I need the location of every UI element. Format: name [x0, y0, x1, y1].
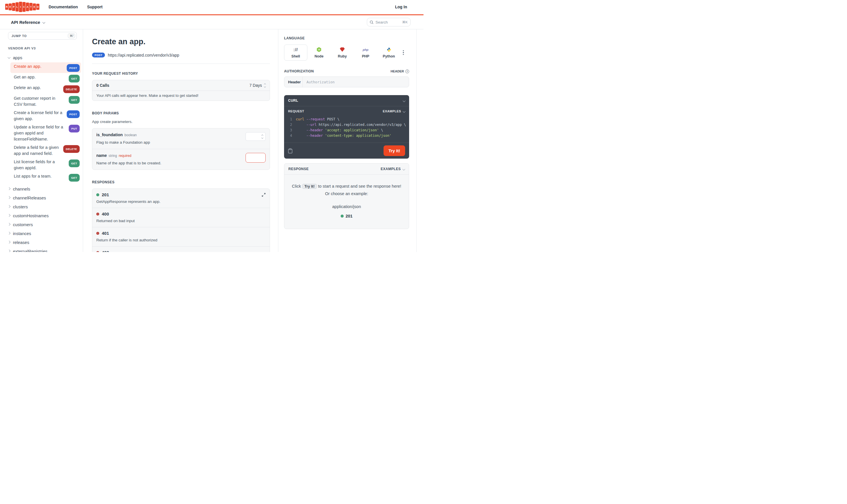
- param-info: namestringrequiredName of the app that i…: [96, 153, 161, 165]
- examples-label: EXAMPLES: [381, 167, 401, 171]
- group-list: channelschannelReleasesclusterscustomHos…: [8, 184, 81, 252]
- param-text-input[interactable]: [246, 153, 265, 162]
- auth-mode-label: HEADER: [391, 70, 404, 73]
- examples-label: EXAMPLES: [383, 109, 401, 113]
- sidebar-endpoint-item[interactable]: Get customer report in CSV format.GET: [10, 94, 81, 109]
- logo-letter-tile: E: [8, 3, 12, 10]
- more-languages-menu-icon[interactable]: [403, 50, 404, 55]
- error-dot-icon: [96, 251, 99, 252]
- range-selector[interactable]: 7 Days: [249, 83, 266, 88]
- line-number: 2: [284, 122, 292, 128]
- language-option-ruby[interactable]: Ruby: [331, 44, 354, 61]
- endpoint-label: List license fields for a given appId.: [14, 159, 63, 171]
- request-row: REQUEST EXAMPLES: [284, 106, 409, 114]
- param-name: name: [96, 153, 107, 158]
- code-token: \: [379, 128, 383, 133]
- language-option-php[interactable]: phpPHP: [354, 44, 377, 61]
- sidebar-endpoint-item[interactable]: Create a license field for a given app.P…: [10, 109, 81, 123]
- sidebar-group-releases[interactable]: releases: [8, 238, 81, 247]
- sidebar-group-customers[interactable]: customers: [8, 220, 81, 229]
- replicated-logo[interactable]: REPLICATED: [5, 2, 39, 12]
- param-row: namestringrequiredName of the app that i…: [92, 149, 270, 169]
- authorization-header-row: AUTHORIZATION HEADER i: [284, 69, 409, 73]
- example-response-link[interactable]: 201: [291, 214, 402, 218]
- method-badge: POST: [67, 110, 80, 118]
- endpoint-label: Create an app.: [14, 64, 41, 70]
- language-label: Shell: [292, 54, 300, 58]
- language-option-python[interactable]: Python: [377, 44, 401, 61]
- sidebar-endpoint-item[interactable]: List apps for a team.GET: [10, 172, 81, 183]
- jump-to-shortcut: ⌘/: [68, 33, 75, 38]
- range-label: 7 Days: [249, 83, 262, 88]
- search-input[interactable]: [375, 20, 400, 24]
- body-params-heading: BODY PARAMS: [92, 111, 270, 115]
- param-name-line: is_foundationboolean: [96, 132, 150, 137]
- endpoint-list: Create an app.POSTGet an app.GETDelete a…: [10, 62, 81, 183]
- line-number: 4: [284, 133, 292, 139]
- request-label: REQUEST: [288, 109, 304, 113]
- method-badge: GET: [69, 96, 80, 104]
- expand-icon[interactable]: [262, 193, 266, 198]
- response-row[interactable]: 400Returned on bad input: [92, 208, 270, 227]
- request-history-empty-message: Your API calls will appear here. Make a …: [92, 91, 270, 101]
- chevron-right-icon: [8, 250, 11, 252]
- page-layout: JUMP TO ⌘/ VENDOR API V3 apps Create an …: [0, 29, 423, 252]
- method-badge: POST: [92, 53, 105, 57]
- curl-code-block: 1curl --request POST \2 --url https://ap…: [284, 114, 409, 143]
- try-it-button[interactable]: Try It!: [384, 145, 405, 156]
- group-label: releases: [13, 240, 29, 245]
- sidebar-endpoint-item[interactable]: Delete an app.DELETE: [10, 84, 81, 94]
- language-option-shell[interactable]: ://Shell: [284, 44, 307, 61]
- sidebar-group-clusters[interactable]: clusters: [8, 202, 81, 211]
- sidebar-endpoint-item[interactable]: Delete a field for a given app and named…: [10, 143, 81, 158]
- jump-to-input[interactable]: JUMP TO ⌘/: [8, 32, 77, 40]
- sidebar-group-apps[interactable]: apps: [8, 53, 81, 62]
- response-row[interactable]: 403Returned if the caller does not have …: [92, 246, 270, 252]
- sidebar-endpoint-item[interactable]: Update a license field for a given appId…: [10, 123, 81, 143]
- group-label: externalRegistries: [13, 249, 48, 252]
- param-name-line: namestringrequired: [96, 153, 161, 158]
- api-reference-dropdown[interactable]: API Reference: [11, 20, 45, 25]
- curl-panel-header[interactable]: CURL: [284, 95, 409, 106]
- copy-clipboard-icon[interactable]: [288, 148, 293, 154]
- try-it-keycap[interactable]: Try It!: [302, 184, 317, 189]
- method-badge: GET: [69, 75, 80, 83]
- shell-icon: ://: [294, 48, 298, 52]
- response-row[interactable]: 401Return if the caller is not authorize…: [92, 227, 270, 246]
- nav-link-documentation[interactable]: Documentation: [49, 5, 78, 9]
- sidebar-group-customHostnames[interactable]: customHostnames: [8, 211, 81, 220]
- sidebar-group-instances[interactable]: instances: [8, 229, 81, 238]
- language-option-node[interactable]: JSNode: [307, 44, 331, 61]
- response-description: Return if the caller is not authorized: [96, 238, 266, 242]
- endpoint-label: Delete a field for a given app and named…: [14, 145, 61, 157]
- sidebar-group-externalRegistries[interactable]: externalRegistries: [8, 247, 81, 252]
- sidebar-endpoint-item[interactable]: Get an app.GET: [10, 73, 81, 84]
- response-examples-dropdown[interactable]: EXAMPLES: [381, 167, 405, 171]
- sidebar-group-channelReleases[interactable]: channelReleases: [8, 193, 81, 202]
- code-token: [296, 128, 306, 133]
- code-token: POST \: [325, 117, 339, 122]
- param-select[interactable]: [246, 132, 266, 141]
- param-type: boolean: [124, 133, 137, 137]
- param-description: Name of the app that is to be created.: [96, 161, 161, 165]
- logo-letter-tile: T: [29, 3, 33, 11]
- nav-link-support[interactable]: Support: [87, 5, 103, 9]
- code-token: --header: [306, 133, 323, 139]
- language-icon-box: [387, 47, 391, 52]
- jump-to-label: JUMP TO: [12, 34, 27, 38]
- info-icon[interactable]: i: [405, 70, 409, 73]
- sidebar-endpoint-item[interactable]: Create an app.POST: [10, 62, 81, 73]
- hint-suffix: to start a request and see the response …: [318, 184, 401, 188]
- log-in-link[interactable]: Log In: [395, 5, 407, 9]
- search-box[interactable]: ⌘K: [367, 18, 410, 26]
- request-examples-dropdown[interactable]: EXAMPLES: [383, 109, 405, 113]
- chevron-right-icon: [8, 187, 11, 190]
- sidebar-group-channels[interactable]: channels: [8, 184, 81, 193]
- body-params-description: App create parameters.: [92, 120, 270, 124]
- response-row[interactable]: 201GetAppResponse represents an app.: [92, 189, 270, 208]
- auth-token-input[interactable]: [303, 77, 409, 87]
- sidebar-endpoint-item[interactable]: List license fields for a given appId.GE…: [10, 158, 81, 172]
- response-panel: RESPONSE EXAMPLES Click Try It! to start…: [284, 163, 409, 229]
- language-label: Python: [383, 54, 395, 58]
- endpoint-label: Get an app.: [14, 74, 36, 80]
